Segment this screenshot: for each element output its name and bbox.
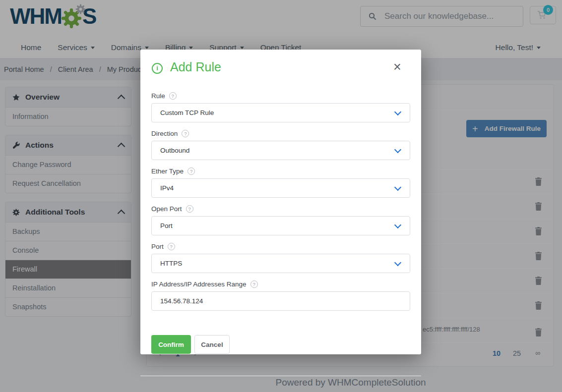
field-direction: Direction? Outbound [151, 129, 410, 160]
chevron-down-icon [394, 109, 401, 115]
ip-address-box [151, 291, 410, 311]
port-select[interactable]: HTTPS [151, 254, 410, 273]
help-icon[interactable]: ? [186, 205, 193, 213]
chevron-down-icon [394, 259, 401, 266]
chevron-down-icon [394, 146, 401, 153]
info-icon: i [152, 63, 163, 74]
field-ip-address: IP Address/IP Addresses Range? [151, 280, 410, 311]
ether-type-select[interactable]: IPv4 [151, 178, 410, 198]
ip-address-input[interactable] [152, 292, 410, 310]
cancel-button[interactable]: Cancel [194, 335, 230, 354]
help-icon[interactable]: ? [187, 168, 195, 175]
open-port-select[interactable]: Port [151, 216, 410, 235]
field-ether-type: Ether Type? IPv4 [151, 167, 410, 198]
field-rule: Rule? Custom TCP Rule [151, 92, 410, 122]
modal-title: Add Rule [170, 60, 221, 74]
help-icon[interactable]: ? [169, 92, 177, 100]
field-open-port: Open Port? Port [151, 205, 410, 235]
help-icon[interactable]: ? [182, 130, 189, 137]
help-icon[interactable]: ? [168, 243, 175, 250]
direction-select[interactable]: Outbound [151, 141, 410, 160]
chevron-down-icon [394, 222, 401, 228]
confirm-button[interactable]: Confirm [151, 335, 191, 354]
chevron-down-icon [394, 184, 401, 191]
modal-footer-divider [140, 376, 421, 376]
rule-select[interactable]: Custom TCP Rule [151, 103, 410, 122]
close-icon[interactable]: × [388, 58, 406, 75]
page: WHM S 0 Home Services Domains Billing Su… [0, 0, 562, 392]
add-rule-modal: i Add Rule × Rule? Custom TCP Rule Direc… [140, 50, 421, 354]
help-icon[interactable]: ? [250, 280, 258, 288]
field-port: Port? HTTPS [151, 242, 410, 273]
